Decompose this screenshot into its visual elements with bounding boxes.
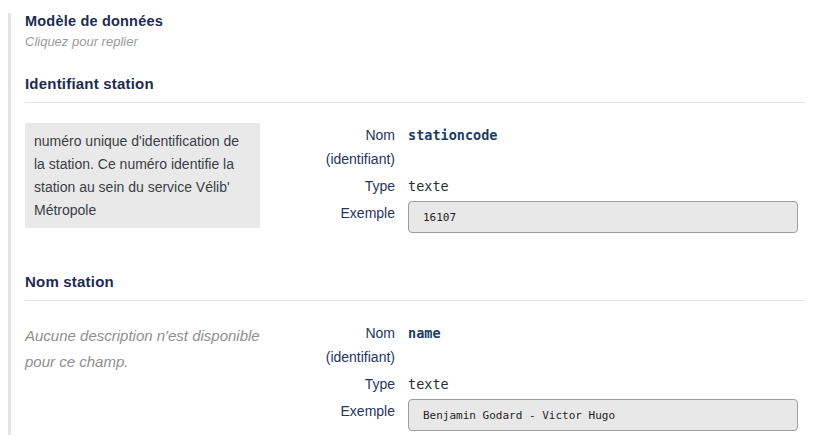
field-body: numéro unique d'identification de la sta… (25, 123, 805, 233)
field-heading: Identifiant station (25, 75, 805, 92)
panel-collapse-header[interactable]: Modèle de données Cliquez pour replier (25, 13, 805, 49)
panel-title: Modèle de données (25, 13, 805, 29)
field-heading: Nom station (25, 273, 805, 290)
panel-collapse-hint: Cliquez pour replier (25, 34, 805, 49)
field-section-identifiant-station: Identifiant station numéro unique d'iden… (25, 75, 805, 233)
field-type-value: texte (408, 174, 798, 198)
field-body: Aucune description n'est disponible pour… (25, 321, 805, 431)
exemple-label: Exemple (300, 399, 395, 423)
field-name-value: name (408, 321, 798, 345)
field-type-value: texte (408, 372, 798, 396)
field-example-box: Benjamin Godard - Victor Hugo (408, 399, 798, 431)
nom-label: Nom (300, 321, 395, 345)
nom-label: Nom (300, 123, 395, 147)
panel-content: Modèle de données Cliquez pour replier I… (25, 13, 805, 431)
field-example-box: 16107 (408, 201, 798, 233)
field-section-nom-station: Nom station Aucune description n'est dis… (25, 273, 805, 431)
nom-identifiant-label: Nom (identifiant) (300, 123, 395, 171)
section-divider (25, 102, 805, 103)
identifiant-label: (identifiant) (300, 345, 395, 369)
field-description: numéro unique d'identification de la sta… (25, 123, 260, 228)
identifiant-label: (identifiant) (300, 147, 395, 171)
type-label: Type (300, 174, 395, 198)
field-properties: Nom (identifiant) stationcode Type texte… (300, 123, 798, 233)
panel-collapse-rail (8, 13, 11, 435)
field-description-empty: Aucune description n'est disponible pour… (25, 321, 260, 375)
nom-identifiant-label: Nom (identifiant) (300, 321, 395, 369)
section-divider (25, 300, 805, 301)
exemple-label: Exemple (300, 201, 395, 225)
field-name-value: stationcode (408, 123, 798, 147)
type-label: Type (300, 372, 395, 396)
field-properties: Nom (identifiant) name Type texte Exempl… (300, 321, 798, 431)
data-model-panel: Modèle de données Cliquez pour replier I… (0, 0, 815, 439)
